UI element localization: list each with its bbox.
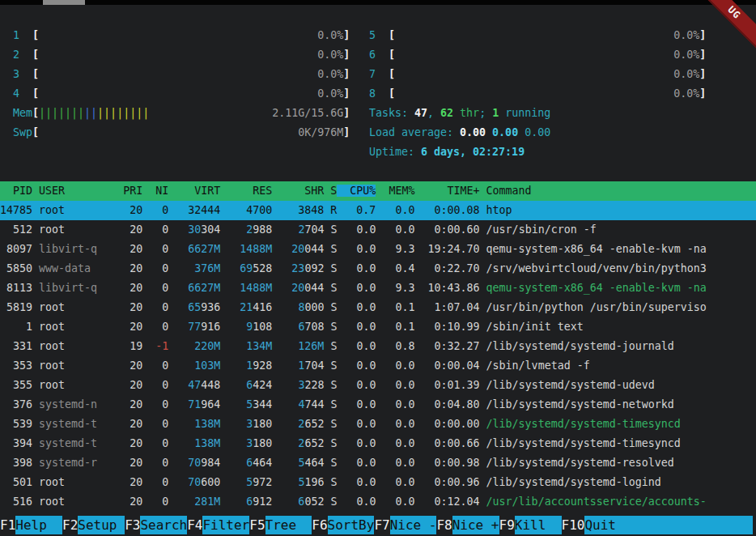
fkey-f7[interactable]: F7 bbox=[374, 516, 389, 534]
fkey-f3[interactable]: F3 bbox=[125, 516, 140, 534]
fkey-label-tree[interactable]: Tree bbox=[265, 516, 312, 534]
fkey-f6[interactable]: F6 bbox=[312, 516, 327, 534]
process-row[interactable]: 376 systemd-n 20 0 71964 5344 4744 S 0.0… bbox=[0, 395, 756, 415]
cpu-meter-4: 4 [ 0.0%] bbox=[13, 84, 350, 104]
column-header-cpu[interactable]: CPU% bbox=[337, 185, 376, 197]
fkey-f10[interactable]: F10 bbox=[562, 516, 585, 534]
top-tab-fragment bbox=[43, 0, 85, 5]
column-header-res[interactable]: RES bbox=[220, 185, 272, 197]
load-average: Load average: 0.00 0.00 0.00 bbox=[369, 123, 706, 143]
fkey-label-sortby[interactable]: SortBy bbox=[328, 516, 375, 534]
fkey-bar-fill bbox=[631, 516, 753, 534]
column-header-time[interactable]: TIME+ bbox=[414, 185, 479, 197]
process-row[interactable]: 512 root 20 0 30304 2988 2704 S 0.0 0.0 … bbox=[0, 220, 756, 240]
process-table: 14785 root 20 0 32444 4700 3848 R 0.7 0.… bbox=[0, 201, 756, 512]
function-key-bar: F1Help F2Setup F3SearchF4FilterF5Tree F6… bbox=[0, 513, 756, 536]
column-header-s[interactable]: S bbox=[324, 185, 337, 197]
process-row[interactable]: 1 root 20 0 77916 9108 6708 S 0.0 0.1 0:… bbox=[0, 317, 756, 337]
fkey-label-search[interactable]: Search bbox=[140, 516, 187, 534]
column-header-user[interactable]: USER bbox=[39, 185, 123, 197]
column-header-shr[interactable]: SHR bbox=[272, 185, 324, 197]
process-row[interactable]: 5850 www-data 20 0 376M 69528 23092 S 0.… bbox=[0, 259, 756, 279]
column-header-pid[interactable]: PID bbox=[0, 185, 39, 197]
process-row[interactable]: 394 systemd-t 20 0 138M 3180 2652 S 0.0 … bbox=[0, 434, 756, 453]
cpu-meter-5: 5 [ 0.0%] bbox=[369, 26, 706, 45]
process-row[interactable]: 5819 root 20 0 65936 21416 8000 S 0.0 0.… bbox=[0, 298, 756, 317]
fkey-label-nice-[interactable]: Nice - bbox=[390, 516, 437, 534]
window-top-strip bbox=[0, 0, 756, 5]
fkey-label-help[interactable]: Help bbox=[15, 516, 62, 534]
swap-meter: Swp[ 0K/976M] bbox=[13, 123, 350, 143]
column-header-pri[interactable]: PRI bbox=[123, 185, 142, 197]
fkey-label-filter[interactable]: Filter bbox=[202, 516, 249, 534]
memory-meter: Mem[||||||||||||||||| 2.11G/15.6G] bbox=[13, 104, 350, 123]
fkey-f9[interactable]: F9 bbox=[499, 516, 515, 534]
cpu-meter-7: 7 [ 0.0%] bbox=[369, 65, 706, 84]
meter-column-right: 5 [ 0.0%]6 [ 0.0%]7 [ 0.0%]8 [ bbox=[369, 26, 706, 162]
cpu-meter-2: 2 [ 0.0%] bbox=[13, 45, 350, 65]
column-header-virt[interactable]: VIRT bbox=[168, 185, 220, 197]
process-row[interactable]: 355 root 20 0 47448 6424 3228 S 0.0 0.0 … bbox=[0, 376, 756, 395]
process-row-selected[interactable]: 14785 root 20 0 32444 4700 3848 R 0.7 0.… bbox=[0, 201, 756, 220]
cpu-meter-6: 6 [ 0.0%] bbox=[369, 45, 706, 65]
uptime: Uptime: 6 days, 02:27:19 bbox=[369, 143, 706, 162]
process-row[interactable]: 8113 libvirt-q 20 0 6627M 1488M 20044 S … bbox=[0, 279, 756, 298]
process-row[interactable]: 501 root 20 0 70600 5972 5196 S 0.0 0.0 … bbox=[0, 473, 756, 492]
process-row[interactable]: 331 root 19 -1 220M 134M 126M S 0.0 0.8 … bbox=[0, 337, 756, 356]
tasks-summary: Tasks: 47, 62 thr; 1 running bbox=[369, 104, 706, 123]
column-header-mem[interactable]: MEM% bbox=[376, 185, 414, 197]
cpu-meter-8: 8 [ 0.0%] bbox=[369, 84, 706, 104]
htop-terminal-screen: { "app": {"name": "htop"}, "colors": { "… bbox=[0, 0, 756, 536]
fkey-f1[interactable]: F1 bbox=[0, 516, 15, 534]
process-row[interactable]: 539 systemd-t 20 0 138M 3180 2652 S 0.0 … bbox=[0, 415, 756, 434]
cpu-meter-3: 3 [ 0.0%] bbox=[13, 65, 350, 84]
fkey-f4[interactable]: F4 bbox=[187, 516, 202, 534]
process-row[interactable]: 8097 libvirt-q 20 0 6627M 1488M 20044 S … bbox=[0, 240, 756, 259]
fkey-label-setup[interactable]: Setup bbox=[78, 516, 125, 534]
column-header-command[interactable]: Command bbox=[480, 185, 532, 197]
cpu-meter-1: 1 [ 0.0%] bbox=[13, 26, 350, 45]
fkey-label-kill[interactable]: Kill bbox=[515, 516, 562, 534]
fkey-label-quit[interactable]: Quit bbox=[584, 516, 631, 534]
fkey-f5[interactable]: F5 bbox=[249, 516, 265, 534]
column-header-ni[interactable]: NI bbox=[142, 185, 168, 197]
process-row[interactable]: 516 root 20 0 281M 6912 6052 S 0.0 0.0 0… bbox=[0, 492, 756, 512]
process-table-header[interactable]: PID USER PRI NI VIRT RES SHR S CPU% MEM%… bbox=[0, 181, 756, 201]
fkey-label-nice-[interactable]: Nice + bbox=[452, 516, 499, 534]
process-row[interactable]: 353 root 20 0 103M 1928 1704 S 0.0 0.0 0… bbox=[0, 356, 756, 376]
process-row[interactable]: 398 systemd-r 20 0 70984 6464 5464 S 0.0… bbox=[0, 453, 756, 473]
fkey-f8[interactable]: F8 bbox=[436, 516, 452, 534]
meter-column-left: 1 [ 0.0%]2 [ 0.0%]3 [ 0.0%]4 [ bbox=[13, 26, 350, 143]
fkey-f2[interactable]: F2 bbox=[62, 516, 78, 534]
